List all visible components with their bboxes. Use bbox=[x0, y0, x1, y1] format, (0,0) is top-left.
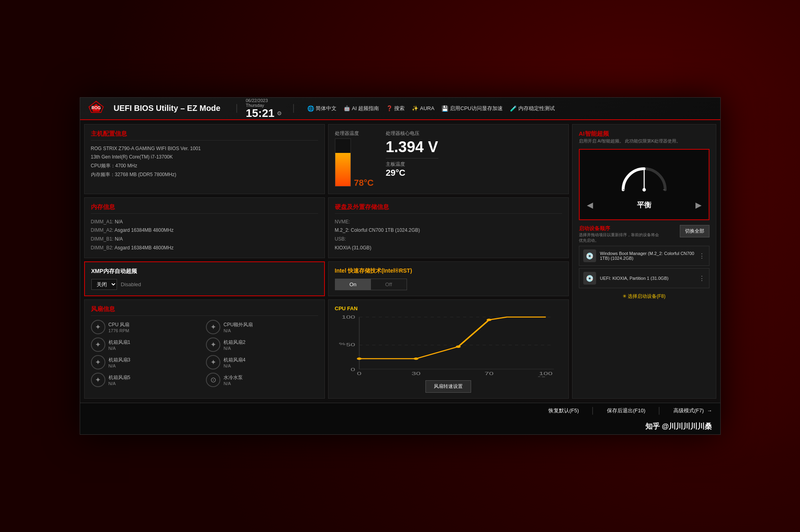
select-boot-btn[interactable]: ✳ 选择启动设备(F8) bbox=[579, 291, 709, 301]
search-icon: ❓ bbox=[386, 105, 393, 111]
xmp-select-row: 关闭 Disabled bbox=[91, 279, 318, 290]
pump-fan-icon: ⊙ bbox=[206, 373, 220, 387]
watermark: 知乎 @川川川川川桑 bbox=[80, 418, 720, 434]
pump-fan-value: N/A bbox=[224, 381, 243, 386]
mobo-temp-label: 主板温度 bbox=[386, 161, 438, 168]
nvme-label: NVME: bbox=[335, 218, 562, 227]
cpu-extra-fan-value: N/A bbox=[224, 328, 253, 333]
fan-chart-svg: 0 50 100 % 0 30 70 100 °C bbox=[335, 313, 562, 377]
nav-cpu-mem[interactable]: 💾 启用CPU访问显存加速 bbox=[441, 105, 502, 112]
time-display: 15:21 bbox=[246, 108, 274, 119]
voltage-label: 处理器核心电压 bbox=[386, 130, 438, 137]
chassis2-fan-value: N/A bbox=[224, 346, 246, 351]
boot-order-description: 选择并拖动项目以重新排序，靠前的设备将会优先启动。 bbox=[579, 232, 659, 243]
nav-aura[interactable]: ✨ AURA bbox=[412, 105, 434, 111]
boot-device-2-icon: 💿 bbox=[583, 272, 596, 285]
boot-device-2[interactable]: 💿 UEFI: KIOXIA, Partition 1 (31.0GB) ⋮ bbox=[579, 268, 709, 288]
nav-search[interactable]: ❓ 搜索 bbox=[386, 105, 405, 112]
nav-language[interactable]: 🌐 简体中文 bbox=[307, 105, 337, 112]
ai-oc-title: AI智能超频 bbox=[579, 130, 709, 138]
cpu-temp-label: 处理器温度 bbox=[335, 130, 374, 137]
xmp-select[interactable]: 关闭 bbox=[91, 279, 117, 290]
xmp-status: Disabled bbox=[121, 281, 141, 287]
nav-ai[interactable]: 🤖 AI 超频指南 bbox=[344, 105, 379, 112]
chassis1-fan-icon: ✦ bbox=[91, 337, 105, 352]
ai-right-panel: AI智能超频 启用开启 AI智能超频。 此功能仅限第K处理器使用。 bbox=[572, 124, 716, 399]
boot-device-1[interactable]: 💿 Windows Boot Manager (M.2_2: Colorful … bbox=[579, 246, 709, 266]
svg-point-22 bbox=[455, 345, 460, 348]
memory-slot-a1: DIMM_A1: N/A bbox=[91, 218, 318, 227]
nav-mem-test[interactable]: 🧪 内存稳定性测试 bbox=[510, 105, 555, 112]
ai-gauge-box[interactable]: ◀ 平衡 ▶ bbox=[579, 149, 709, 220]
system-cpu-speed: CPU频率：4700 MHz bbox=[91, 162, 318, 171]
globe-icon: 🌐 bbox=[307, 105, 314, 112]
voltage-block: 处理器核心电压 1.394 V 主板温度 29°C bbox=[386, 130, 438, 178]
rst-panel: Intel 快速存储技术(Intel®RST) On Off bbox=[328, 261, 569, 296]
cpu-fan-icon: ✦ bbox=[91, 320, 105, 334]
main-grid: 主机配置信息 ROG STRIX Z790-A GAMING WIFI BIOS… bbox=[80, 120, 720, 403]
fan-item-chassis1: ✦ 机箱风扇1 N/A bbox=[91, 337, 203, 352]
chassis5-fan-icon: ✦ bbox=[91, 373, 105, 387]
rst-toggle: On Off bbox=[335, 279, 407, 290]
ai-oc-section: AI智能超频 启用开启 AI智能超频。 此功能仅限第K处理器使用。 bbox=[579, 130, 709, 145]
rst-off-btn[interactable]: Off bbox=[371, 279, 407, 290]
svg-text:30: 30 bbox=[411, 371, 421, 376]
boot-device-1-name: Windows Boot Manager (M.2_2: Colorful CN… bbox=[600, 251, 695, 261]
fan-item-chassis3: ✦ 机箱风扇3 N/A bbox=[91, 355, 203, 369]
fan-item-chassis5: ✦ 机箱风扇5 N/A bbox=[91, 373, 203, 387]
chassis2-fan-name: 机箱风扇2 bbox=[224, 339, 246, 346]
cpu-fan-name: CPU 风扇 bbox=[109, 321, 130, 328]
fan-item-chassis4: ✦ 机箱风扇4 N/A bbox=[206, 355, 318, 369]
nav-divider: │ bbox=[292, 104, 296, 112]
exit-icon: → bbox=[707, 408, 712, 414]
cpu-mem-icon: 💾 bbox=[441, 105, 448, 112]
rst-on-btn[interactable]: On bbox=[335, 279, 371, 290]
system-memory: 内存频率：32768 MB (DDR5 7800MHz) bbox=[91, 171, 318, 179]
settings-icon[interactable]: ⚙ bbox=[277, 110, 282, 116]
fan-info-panel: 风扇信息 ✦ CPU 风扇 1776 RPM ✦ CPU额外风扇 N/A bbox=[84, 299, 325, 399]
save-exit-btn[interactable]: 保存后退出(F10) bbox=[607, 407, 645, 414]
gauge-prev-btn[interactable]: ◀ bbox=[584, 199, 596, 211]
cpu-extra-fan-icon: ✦ bbox=[206, 320, 220, 334]
memory-slot-b2: DIMM_B2: Asgard 16384MB 4800MHz bbox=[91, 244, 318, 253]
svg-text:ROG: ROG bbox=[91, 106, 101, 110]
chassis5-fan-name: 机箱风扇5 bbox=[109, 374, 131, 381]
xmp-panel: XMP内存自动超频 关闭 Disabled bbox=[84, 261, 325, 296]
chassis5-fan-value: N/A bbox=[109, 381, 131, 386]
switch-all-button[interactable]: 切换全部 bbox=[680, 225, 709, 237]
system-model: ROG STRIX Z790-A GAMING WIFI BIOS Ver. 1… bbox=[91, 145, 318, 153]
boot-order-section: 启动设备顺序 选择并拖动项目以重新排序，靠前的设备将会优先启动。 切换全部 💿 … bbox=[579, 225, 709, 301]
fan-item-chassis2: ✦ 机箱风扇2 N/A bbox=[206, 337, 318, 352]
advanced-mode-btn[interactable]: 高级模式(F7) → bbox=[673, 407, 712, 414]
fan-item-cpu-extra: ✦ CPU额外风扇 N/A bbox=[206, 320, 318, 334]
svg-point-23 bbox=[486, 319, 491, 321]
svg-text:100: 100 bbox=[341, 315, 355, 319]
xmp-title: XMP内存自动超频 bbox=[91, 268, 318, 275]
svg-text:%: % bbox=[339, 342, 345, 346]
system-info-panel: 主机配置信息 ROG STRIX Z790-A GAMING WIFI BIOS… bbox=[84, 124, 325, 194]
boot-order-title: 启动设备顺序 bbox=[579, 225, 659, 232]
bios-container: ROG UEFI BIOS Utility – EZ Mode │ 06/22/… bbox=[80, 97, 721, 435]
chassis4-fan-icon: ✦ bbox=[206, 355, 220, 369]
chassis4-fan-value: N/A bbox=[224, 363, 246, 368]
header-divider: │ bbox=[235, 104, 239, 112]
cpu-temp-value: 78°C bbox=[354, 178, 374, 188]
gauge-next-btn[interactable]: ▶ bbox=[692, 199, 705, 211]
bottom-bar: 恢复默认(F5) │ 保存后退出(F10) │ 高级模式(F7) → bbox=[80, 403, 720, 418]
ai-oc-description: 启用开启 AI智能超频。 此功能仅限第K处理器使用。 bbox=[579, 138, 709, 145]
restore-default-btn[interactable]: 恢复默认(F5) bbox=[548, 407, 579, 414]
fan-item-pump: ⊙ 水冷水泵 N/A bbox=[206, 373, 318, 387]
usb-label: USB: bbox=[335, 235, 562, 244]
fan-chart-container: 0 50 100 % 0 30 70 100 °C bbox=[335, 313, 562, 377]
gauge-svg bbox=[616, 158, 672, 194]
chassis3-fan-value: N/A bbox=[109, 363, 131, 368]
usb-value: KIOXIA (31.0GB) bbox=[335, 244, 562, 253]
memory-slot-b1: DIMM_B1: N/A bbox=[91, 235, 318, 244]
boot-device-1-icon: 💿 bbox=[583, 249, 596, 262]
cpu-extra-fan-name: CPU额外风扇 bbox=[224, 321, 253, 328]
ai-icon: 🤖 bbox=[344, 105, 350, 111]
date-display: 06/22/2023Thursday bbox=[246, 98, 268, 108]
fan-speed-btn[interactable]: 风扇转速设置 bbox=[425, 380, 471, 393]
header-title: UEFI BIOS Utility – EZ Mode bbox=[114, 104, 221, 113]
memory-info-title: 内存信息 bbox=[91, 203, 318, 214]
